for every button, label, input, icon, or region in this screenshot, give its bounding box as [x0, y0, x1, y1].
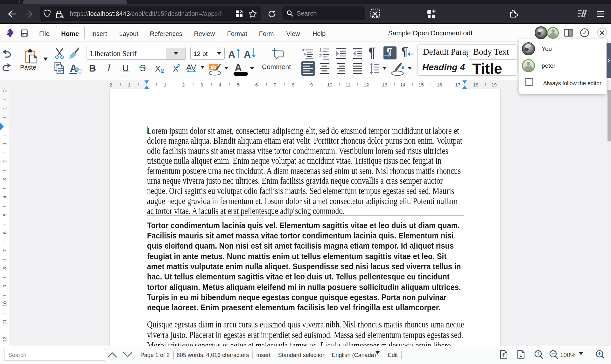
svg-text:2: 2	[319, 53, 322, 58]
svg-text:1: 1	[537, 351, 539, 356]
svg-text:ab: ab	[210, 65, 216, 70]
svg-text:1: 1	[319, 47, 322, 52]
